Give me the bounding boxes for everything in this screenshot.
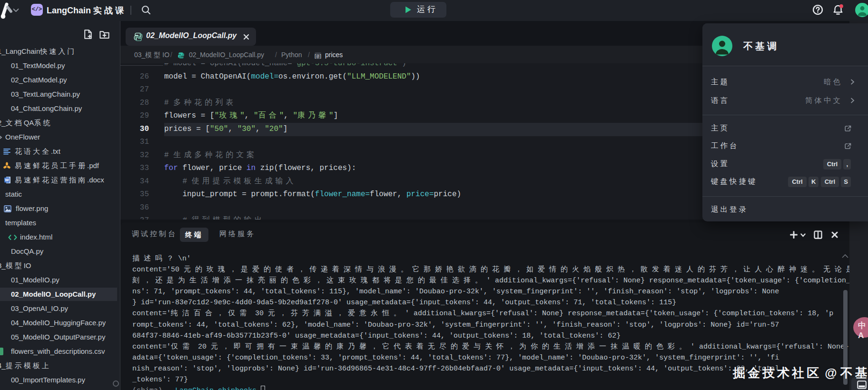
svg-text:[@]: [@] [314, 54, 322, 59]
svg-text:W: W [5, 178, 9, 182]
